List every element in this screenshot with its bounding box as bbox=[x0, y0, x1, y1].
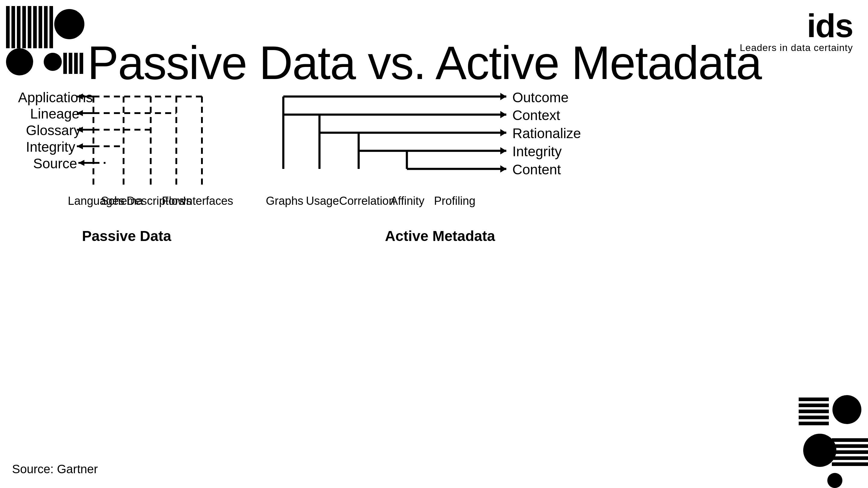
svg-point-11 bbox=[44, 53, 62, 71]
svg-point-10 bbox=[6, 48, 33, 76]
active-row-content: Content bbox=[513, 161, 561, 178]
svg-rect-59 bbox=[799, 422, 829, 425]
svg-marker-53 bbox=[500, 165, 506, 173]
svg-rect-2 bbox=[17, 6, 21, 48]
svg-rect-64 bbox=[832, 456, 868, 460]
svg-rect-15 bbox=[80, 53, 83, 74]
passive-row-source: Source bbox=[33, 155, 77, 172]
active-row-rationalize: Rationalize bbox=[513, 125, 581, 141]
svg-rect-63 bbox=[832, 450, 868, 454]
svg-rect-12 bbox=[63, 53, 67, 74]
svg-rect-0 bbox=[6, 6, 10, 48]
svg-rect-57 bbox=[799, 409, 829, 413]
svg-point-66 bbox=[827, 473, 842, 488]
svg-point-60 bbox=[803, 434, 836, 467]
passive-title: Passive Data bbox=[82, 228, 171, 244]
logo-bottomright bbox=[799, 395, 868, 488]
passive-row-glossary: Glossary bbox=[26, 122, 81, 138]
svg-rect-61 bbox=[832, 438, 868, 442]
svg-marker-33 bbox=[77, 143, 83, 149]
active-col-graphs: Graphs bbox=[266, 195, 304, 207]
passive-col-interfaces: Interfaces bbox=[183, 195, 233, 207]
active-col-profiling: Profiling bbox=[434, 195, 475, 207]
svg-rect-6 bbox=[38, 6, 42, 48]
active-title: Active Metadata bbox=[385, 228, 495, 244]
page-title: Passive Data vs. Active Metadata bbox=[87, 36, 761, 90]
svg-rect-3 bbox=[22, 6, 26, 48]
svg-marker-46 bbox=[500, 129, 506, 136]
active-diagram: Outcome Context Rationalize Integrity Co… bbox=[259, 87, 621, 244]
active-col-usage: Usage bbox=[306, 195, 339, 207]
svg-point-54 bbox=[832, 395, 861, 424]
svg-rect-58 bbox=[799, 415, 829, 419]
svg-rect-1 bbox=[11, 6, 15, 48]
svg-rect-56 bbox=[799, 404, 829, 407]
svg-rect-13 bbox=[69, 53, 72, 74]
passive-row-lineage: Lineage bbox=[30, 106, 80, 122]
active-col-affinity: Affinity bbox=[390, 195, 424, 207]
svg-marker-50 bbox=[500, 147, 506, 154]
source-footer: Source: Gartner bbox=[12, 462, 98, 476]
logo-topleft bbox=[6, 6, 84, 73]
active-row-context: Context bbox=[513, 107, 560, 123]
svg-rect-5 bbox=[33, 6, 37, 48]
active-row-integrity: Integrity bbox=[513, 143, 562, 160]
passive-row-applications: Applications bbox=[18, 89, 93, 106]
svg-marker-42 bbox=[500, 111, 506, 118]
svg-rect-4 bbox=[28, 6, 31, 48]
svg-marker-35 bbox=[79, 160, 84, 166]
svg-rect-7 bbox=[44, 6, 48, 48]
svg-point-9 bbox=[54, 9, 84, 39]
svg-rect-55 bbox=[799, 398, 829, 401]
active-col-correlation: Correlation bbox=[339, 195, 395, 207]
svg-rect-62 bbox=[832, 444, 868, 448]
passive-diagram: Applications Lineage Glossary Integrity … bbox=[12, 87, 241, 244]
svg-marker-38 bbox=[500, 93, 506, 100]
passive-row-integrity: Integrity bbox=[26, 139, 75, 155]
active-row-outcome: Outcome bbox=[513, 89, 569, 106]
svg-rect-14 bbox=[74, 53, 78, 74]
svg-rect-65 bbox=[832, 462, 868, 466]
svg-rect-8 bbox=[50, 6, 53, 48]
